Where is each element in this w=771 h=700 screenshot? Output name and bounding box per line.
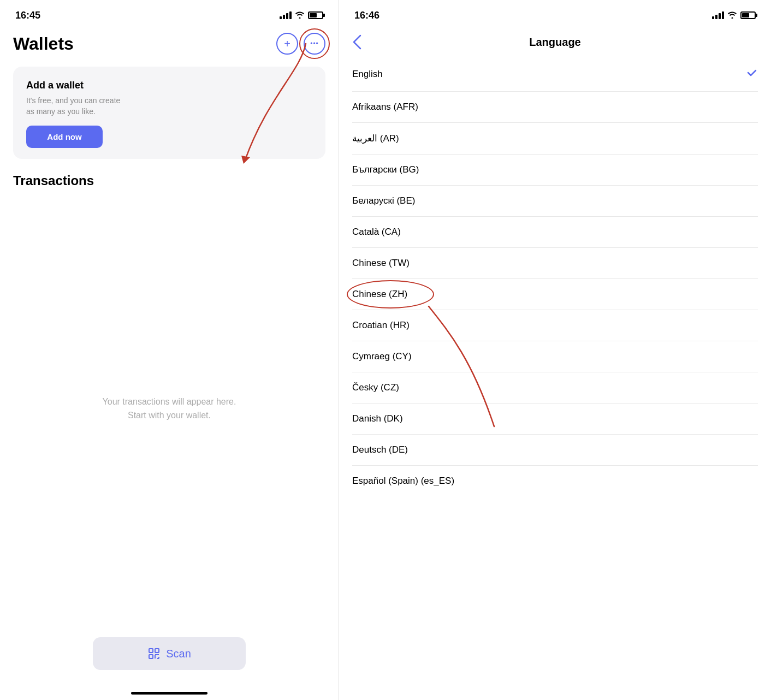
time-right: 16:46 <box>354 10 379 21</box>
language-name-6: Chinese (TW) <box>352 258 410 269</box>
language-name-0: English <box>352 69 383 80</box>
more-button[interactable]: ••• <box>304 33 325 55</box>
wifi-icon-right <box>727 11 737 20</box>
language-item-7[interactable]: Chinese (ZH) <box>352 279 758 310</box>
check-icon <box>746 67 758 81</box>
signal-icon <box>280 11 292 19</box>
scan-label: Scan <box>166 648 191 660</box>
scan-button[interactable]: Scan <box>93 637 246 670</box>
language-item-12[interactable]: Deutsch (DE) <box>352 435 758 466</box>
status-icons-right <box>712 11 756 20</box>
language-item-8[interactable]: Croatian (HR) <box>352 310 758 341</box>
language-item-0[interactable]: English <box>352 57 758 92</box>
language-name-7: Chinese (ZH) <box>352 289 407 300</box>
language-item-9[interactable]: Cymraeg (CY) <box>352 341 758 372</box>
right-panel: 16:46 Language Engli <box>339 0 771 700</box>
language-item-13[interactable]: Español (Spain) (es_ES) <box>352 466 758 496</box>
language-header: Language <box>339 27 771 57</box>
svg-rect-1 <box>149 649 153 652</box>
language-name-2: العربية (AR) <box>352 133 399 144</box>
wallets-title: Wallets <box>13 34 74 54</box>
language-name-13: Español (Spain) (es_ES) <box>352 476 454 487</box>
language-name-1: Afrikaans (AFR) <box>352 102 418 112</box>
language-name-12: Deutsch (DE) <box>352 444 408 455</box>
language-list[interactable]: EnglishAfrikaans (AFR)العربية (AR)Българ… <box>339 57 771 700</box>
add-wallet-title: Add a wallet <box>26 80 312 91</box>
back-button[interactable] <box>352 34 362 50</box>
battery-icon-right <box>740 11 756 19</box>
language-name-11: Danish (DK) <box>352 413 403 424</box>
wifi-icon <box>295 11 305 20</box>
transactions-title: Transactions <box>0 168 339 188</box>
header-buttons: + ••• <box>276 33 325 55</box>
language-item-6[interactable]: Chinese (TW) <box>352 248 758 279</box>
language-name-3: Български (BG) <box>352 164 419 175</box>
language-item-2[interactable]: العربية (AR) <box>352 123 758 155</box>
language-item-5[interactable]: Català (CA) <box>352 217 758 248</box>
add-now-button[interactable]: Add now <box>26 126 103 148</box>
language-name-4: Беларускi (BE) <box>352 195 415 206</box>
language-name-8: Croatian (HR) <box>352 320 410 331</box>
battery-icon <box>308 11 323 19</box>
language-item-1[interactable]: Afrikaans (AFR) <box>352 92 758 123</box>
status-icons-left <box>280 11 323 20</box>
add-wallet-desc: It's free, and you can createas many as … <box>26 96 312 117</box>
home-indicator <box>131 692 207 695</box>
add-button[interactable]: + <box>276 33 298 55</box>
svg-rect-2 <box>155 649 159 652</box>
language-header-title: Language <box>529 36 580 49</box>
signal-icon-right <box>712 11 724 19</box>
language-item-4[interactable]: Беларускi (BE) <box>352 186 758 217</box>
scan-icon <box>147 647 161 660</box>
time-left: 16:45 <box>15 10 40 21</box>
status-bar-right: 16:46 <box>339 0 771 27</box>
bottom-bar: Scan <box>0 628 339 692</box>
language-item-11[interactable]: Danish (DK) <box>352 404 758 435</box>
status-bar-left: 16:45 <box>0 0 339 27</box>
language-name-5: Català (CA) <box>352 227 401 238</box>
language-item-10[interactable]: Česky (CZ) <box>352 372 758 404</box>
transactions-empty: Your transactions will appear here.Start… <box>0 188 339 628</box>
left-header: Wallets + ••• <box>0 27 339 58</box>
add-wallet-card: Add a wallet It's free, and you can crea… <box>13 67 325 159</box>
svg-rect-3 <box>149 655 153 659</box>
language-item-3[interactable]: Български (BG) <box>352 155 758 186</box>
more-btn-wrapper: ••• <box>304 33 325 55</box>
language-name-10: Česky (CZ) <box>352 382 399 393</box>
language-name-9: Cymraeg (CY) <box>352 351 412 362</box>
transactions-empty-text: Your transactions will appear here.Start… <box>103 395 236 423</box>
